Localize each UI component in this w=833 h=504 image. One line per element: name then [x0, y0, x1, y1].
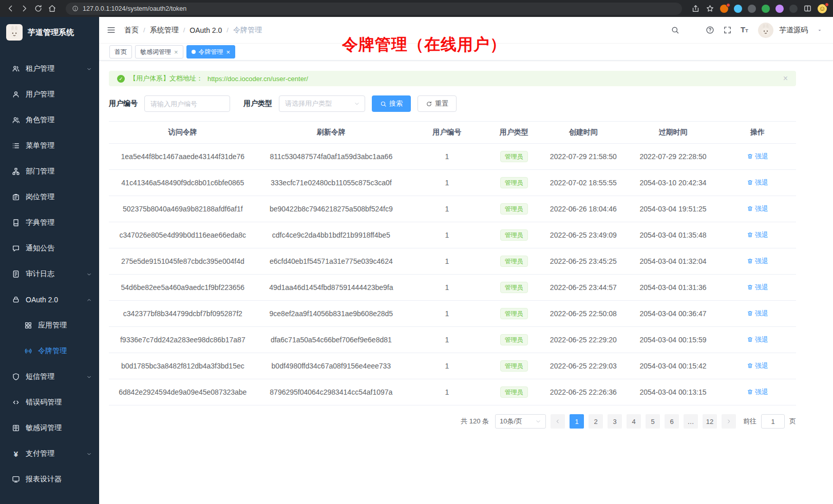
alert-close-icon[interactable]: ×	[783, 74, 788, 83]
user-type-badge: 管理员	[500, 360, 528, 372]
reset-button[interactable]: 重置	[418, 95, 457, 112]
force-logout-button[interactable]: 强退	[747, 309, 768, 318]
sidebar-item-短信管理[interactable]: 短信管理	[0, 364, 99, 390]
tab-close-icon[interactable]: ×	[226, 49, 231, 55]
force-logout-button[interactable]: 强退	[747, 335, 768, 344]
extension-icon-3[interactable]	[748, 5, 756, 13]
force-logout-button[interactable]: 强退	[747, 361, 768, 371]
tab-label: 令牌管理	[199, 48, 223, 56]
app-logo-row[interactable]: 芋道管理系统	[0, 17, 99, 48]
pager-page-button[interactable]: 12	[703, 414, 717, 429]
forward-button[interactable]	[20, 4, 29, 13]
help-icon[interactable]	[706, 26, 714, 34]
pager-page-button[interactable]: 1	[570, 414, 584, 429]
refresh-token-cell: 9ce8ef2aa9f14056b831ae9b608e28d5	[257, 301, 406, 327]
split-view-icon[interactable]	[803, 4, 812, 13]
extension-icon-5[interactable]	[775, 5, 784, 13]
pager-page-button[interactable]: 2	[589, 414, 603, 429]
sidebar-item-错误码管理[interactable]: 错误码管理	[0, 390, 99, 415]
goto-page-input[interactable]	[761, 414, 785, 429]
tab-首页[interactable]: 首页	[109, 45, 132, 59]
menu-list-icon	[12, 142, 20, 150]
sidebar-item-审计日志[interactable]: 审计日志	[0, 261, 99, 287]
extension-icon-4[interactable]	[762, 5, 770, 13]
chevron-down-icon[interactable]	[817, 27, 823, 33]
force-logout-button[interactable]: 强退	[747, 152, 768, 161]
pager-page-button[interactable]: 5	[646, 414, 660, 429]
force-logout-button[interactable]: 强退	[747, 204, 768, 214]
search-button[interactable]: 搜索	[372, 95, 411, 112]
chevron-down-icon	[86, 272, 92, 277]
profile-avatar-icon[interactable]: ☺	[818, 4, 827, 13]
refresh-token-cell: dfa6c71a50a54c66bef706ef9e6e8d81	[257, 327, 406, 353]
user-id-input[interactable]	[144, 95, 230, 112]
sidebar-item-敏感词管理[interactable]: 敏感词管理	[0, 415, 99, 441]
force-logout-button[interactable]: 强退	[747, 283, 768, 292]
back-button[interactable]	[6, 4, 15, 13]
sidebar-item-令牌管理[interactable]: 令牌管理	[0, 338, 99, 364]
sidebar-fold-icon[interactable]	[106, 25, 116, 35]
action-cell: 强退	[719, 196, 796, 222]
home-button[interactable]	[48, 4, 56, 13]
tab-close-icon[interactable]: ×	[174, 49, 178, 55]
page-content: ✓ 【用户体系】文档地址： https://doc.iocoder.cn/use…	[99, 61, 833, 504]
address-bar[interactable]: 127.0.0.1:1024/system/oauth2/token	[66, 3, 682, 15]
force-logout-button[interactable]: 强退	[747, 257, 768, 266]
pager-page-button[interactable]: 3	[608, 414, 622, 429]
sidebar-item-字典管理[interactable]: 字典管理	[0, 210, 99, 236]
breadcrumb-item: 令牌管理	[233, 26, 262, 35]
share-icon[interactable]	[691, 4, 700, 13]
pager-page-button[interactable]: 6	[665, 414, 679, 429]
pager-page-button[interactable]: 4	[627, 414, 641, 429]
user-id-cell: 1	[406, 170, 488, 196]
log-icon	[12, 270, 20, 278]
breadcrumb-item[interactable]: 首页	[124, 26, 139, 35]
user-name[interactable]: 芋道源码	[779, 26, 808, 35]
sidebar-item-租户管理[interactable]: 租户管理	[0, 56, 99, 82]
sidebar-item-用户管理[interactable]: 用户管理	[0, 82, 99, 107]
sidebar-item-部门管理[interactable]: 部门管理	[0, 159, 99, 184]
fullscreen-icon[interactable]	[723, 26, 732, 34]
chevron-down-icon	[354, 101, 360, 107]
pager-next-button[interactable]	[722, 414, 736, 429]
user-id-cell: 1	[406, 196, 488, 222]
sidebar-item-支付管理[interactable]: ¥支付管理	[0, 441, 99, 467]
access-token-cell: 502375b8040a469a9b82188afdf6af1f	[109, 196, 257, 222]
sidebar-item-菜单管理[interactable]: 菜单管理	[0, 133, 99, 159]
user-type-select[interactable]: 请选择用户类型	[279, 95, 365, 112]
sidebar-item-OAuth 2.0[interactable]: OAuth 2.0	[0, 287, 99, 313]
sidebar-item-角色管理[interactable]: 角色管理	[0, 107, 99, 133]
extension-icon-2[interactable]	[734, 5, 742, 13]
pager-prev-button[interactable]	[551, 414, 565, 429]
bookmark-star-icon[interactable]	[706, 4, 714, 13]
tab-令牌管理[interactable]: 令牌管理×	[186, 45, 236, 59]
extension-badge	[726, 3, 730, 7]
breadcrumb-item[interactable]: OAuth 2.0	[190, 26, 222, 34]
site-info-icon[interactable]	[72, 5, 79, 12]
action-cell: 强退	[719, 353, 796, 379]
user-avatar[interactable]	[758, 23, 773, 38]
sidebar-item-应用管理[interactable]: 应用管理	[0, 313, 99, 338]
table-row: f9336e7c7dd242a283ee98dc86b17a87dfa6c71a…	[109, 327, 796, 353]
sidebar-item-报表设计器[interactable]: 报表设计器	[0, 467, 99, 492]
sidebar-item-通知公告[interactable]: 通知公告	[0, 236, 99, 261]
sidebar-item-岗位管理[interactable]: 岗位管理	[0, 184, 99, 210]
extension-icon-6[interactable]	[789, 5, 798, 13]
pager-more-button[interactable]: …	[684, 414, 698, 429]
force-logout-button[interactable]: 强退	[747, 178, 768, 187]
action-cell: 强退	[719, 275, 796, 301]
notice-icon	[12, 244, 20, 253]
force-logout-button[interactable]: 强退	[747, 230, 768, 240]
tab-label: 敏感词管理	[140, 48, 171, 56]
alert-doc-link[interactable]: https://doc.iocoder.cn/user-center/	[207, 75, 308, 83]
force-logout-button[interactable]: 强退	[747, 387, 768, 397]
breadcrumb-item[interactable]: 系统管理	[150, 26, 179, 35]
expire-time-cell: 2054-03-04 01:35:48	[627, 222, 719, 248]
github-icon[interactable]	[688, 26, 697, 34]
extension-icon-1[interactable]	[720, 5, 728, 13]
page-size-select[interactable]: 10条/页	[495, 414, 546, 429]
tab-敏感词管理[interactable]: 敏感词管理×	[135, 45, 183, 59]
font-size-icon[interactable]: TT	[741, 26, 749, 34]
reload-button[interactable]	[34, 4, 43, 13]
search-icon[interactable]	[671, 26, 679, 34]
